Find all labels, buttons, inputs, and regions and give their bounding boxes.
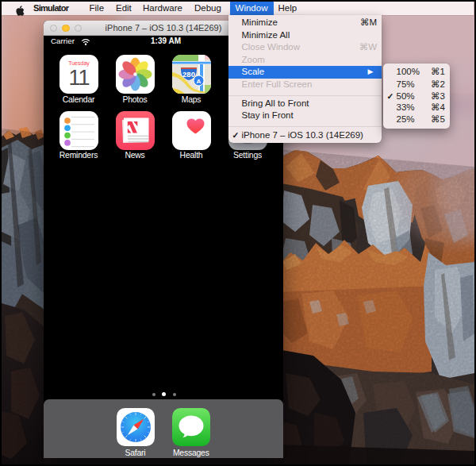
svg-text:280: 280 [182, 70, 195, 79]
svg-text:A: A [196, 78, 201, 85]
svg-text:11: 11 [68, 66, 89, 90]
